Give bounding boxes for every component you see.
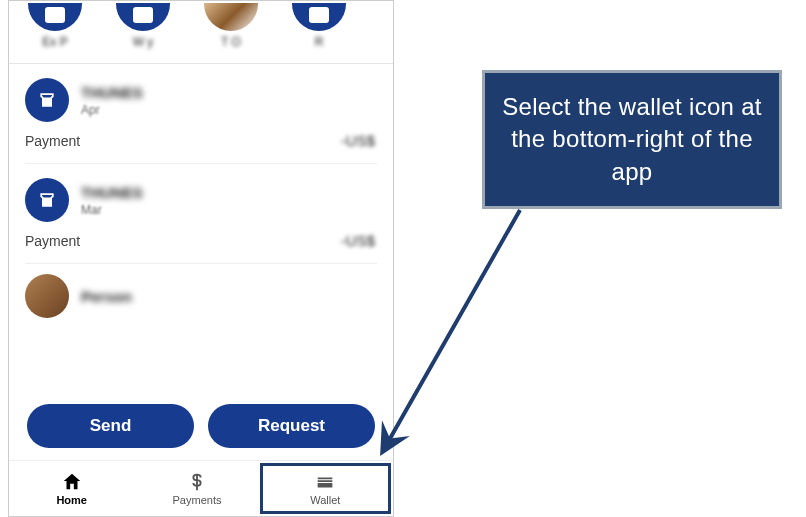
transactions-list: THUNES Apr Payment -US$ THUNES Mar Pa [9, 63, 393, 318]
contact-item[interactable]: R [287, 3, 351, 49]
contact-avatar-icon [292, 3, 346, 31]
request-button[interactable]: Request [208, 404, 375, 448]
contacts-row: Ex P W y T O R [9, 1, 393, 57]
nav-home[interactable]: Home [9, 461, 134, 516]
transaction-name: Person [81, 288, 132, 305]
transaction-date: Apr [81, 103, 375, 117]
contact-item[interactable]: W y [111, 3, 175, 49]
nav-home-label: Home [56, 494, 87, 506]
transaction-name: THUNES [81, 84, 375, 101]
contact-label: W y [133, 35, 154, 49]
store-icon [25, 78, 69, 122]
transaction-type: Payment [25, 233, 80, 249]
contact-item[interactable]: Ex P [23, 3, 87, 49]
contact-item[interactable]: T O [199, 3, 263, 49]
svg-line-0 [388, 210, 520, 442]
nav-wallet[interactable]: Wallet [260, 463, 391, 514]
instruction-callout: Select the wallet icon at the bottom-rig… [482, 70, 782, 209]
contact-avatar-icon [116, 3, 170, 31]
transaction-amount: -US$ [341, 132, 375, 149]
contact-label: Ex P [42, 35, 67, 49]
transaction-row[interactable]: Person [25, 264, 377, 318]
transaction-amount: -US$ [341, 232, 375, 249]
phone-frame: Ex P W y T O R THUNES Apr [8, 0, 394, 517]
contact-avatar-icon [28, 3, 82, 31]
nav-wallet-label: Wallet [310, 494, 340, 506]
wallet-icon [314, 471, 336, 493]
transaction-row[interactable]: THUNES Apr Payment -US$ [25, 64, 377, 164]
contact-avatar-photo [204, 3, 258, 31]
nav-payments[interactable]: Payments [134, 461, 259, 516]
person-avatar [25, 274, 69, 318]
nav-payments-label: Payments [173, 494, 222, 506]
transaction-name: THUNES [81, 184, 375, 201]
arrow-annotation [370, 200, 550, 460]
transaction-row[interactable]: THUNES Mar Payment -US$ [25, 164, 377, 264]
bottom-nav: Home Payments Wallet [9, 460, 393, 516]
store-icon [25, 178, 69, 222]
home-icon [61, 471, 83, 493]
send-button[interactable]: Send [27, 404, 194, 448]
transaction-date: Mar [81, 203, 375, 217]
transaction-type: Payment [25, 133, 80, 149]
dollar-icon [186, 471, 208, 493]
contact-label: R [315, 35, 324, 49]
action-row: Send Request [9, 394, 393, 460]
contact-label: T O [221, 35, 241, 49]
